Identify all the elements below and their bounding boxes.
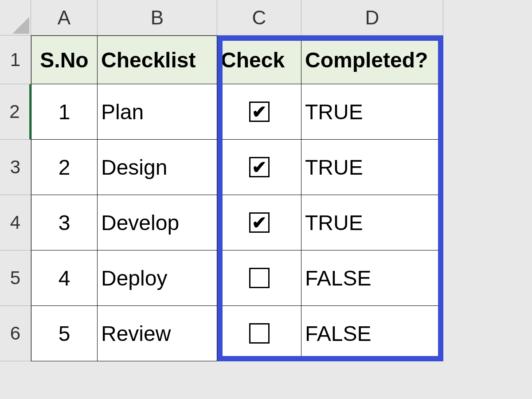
cell-d5[interactable]: FALSE [301, 250, 443, 306]
checkbox-row-6[interactable] [249, 323, 270, 344]
cell-d4[interactable]: TRUE [301, 195, 443, 250]
column-header-d[interactable]: D [301, 0, 443, 35]
cell-a2[interactable]: 1 [31, 84, 98, 140]
row-header-6[interactable]: 6 [0, 306, 31, 361]
checkbox-row-3[interactable]: ✔ [249, 157, 270, 177]
spreadsheet-grid: A B C D 1 S.No Checklist Check Completed… [0, 0, 532, 361]
row-header-2[interactable]: 2 [0, 84, 31, 140]
cell-b4[interactable]: Develop [98, 195, 217, 250]
cell-a5[interactable]: 4 [31, 250, 98, 306]
row-header-4[interactable]: 4 [0, 195, 31, 250]
row-header-5[interactable]: 5 [0, 250, 31, 306]
select-all-corner[interactable] [0, 0, 31, 35]
checkbox-row-4[interactable]: ✔ [249, 212, 270, 233]
cell-b3[interactable]: Design [98, 140, 217, 195]
cell-d3[interactable]: TRUE [301, 140, 443, 195]
checkmark-icon: ✔ [252, 103, 267, 121]
checkmark-icon: ✔ [252, 214, 267, 231]
select-all-triangle-icon [12, 17, 29, 34]
checkbox-row-5[interactable] [249, 268, 270, 288]
column-header-c[interactable]: C [217, 0, 301, 35]
cell-b6[interactable]: Review [98, 306, 217, 361]
cell-c1[interactable]: Check [217, 35, 301, 84]
cell-d1[interactable]: Completed? [301, 35, 443, 84]
cell-c5[interactable] [217, 250, 301, 306]
row-header-3[interactable]: 3 [0, 140, 31, 195]
cell-b1[interactable]: Checklist [98, 35, 217, 84]
cell-d6[interactable]: FALSE [301, 306, 443, 361]
column-header-b[interactable]: B [98, 0, 217, 35]
row-header-1[interactable]: 1 [0, 35, 31, 84]
cell-b5[interactable]: Deploy [98, 250, 217, 306]
cell-a3[interactable]: 2 [31, 140, 98, 195]
checkbox-row-2[interactable]: ✔ [249, 102, 270, 122]
cell-a6[interactable]: 5 [31, 306, 98, 361]
cell-c4[interactable]: ✔ [217, 195, 301, 250]
cell-a1[interactable]: S.No [31, 35, 98, 84]
cell-c2[interactable]: ✔ [217, 84, 301, 140]
cell-b2[interactable]: Plan [98, 84, 217, 140]
column-header-a[interactable]: A [31, 0, 98, 35]
cell-c3[interactable]: ✔ [217, 140, 301, 195]
cell-c6[interactable] [217, 306, 301, 361]
cell-a4[interactable]: 3 [31, 195, 98, 250]
cell-d2[interactable]: TRUE [301, 84, 443, 140]
checkmark-icon: ✔ [252, 158, 267, 176]
